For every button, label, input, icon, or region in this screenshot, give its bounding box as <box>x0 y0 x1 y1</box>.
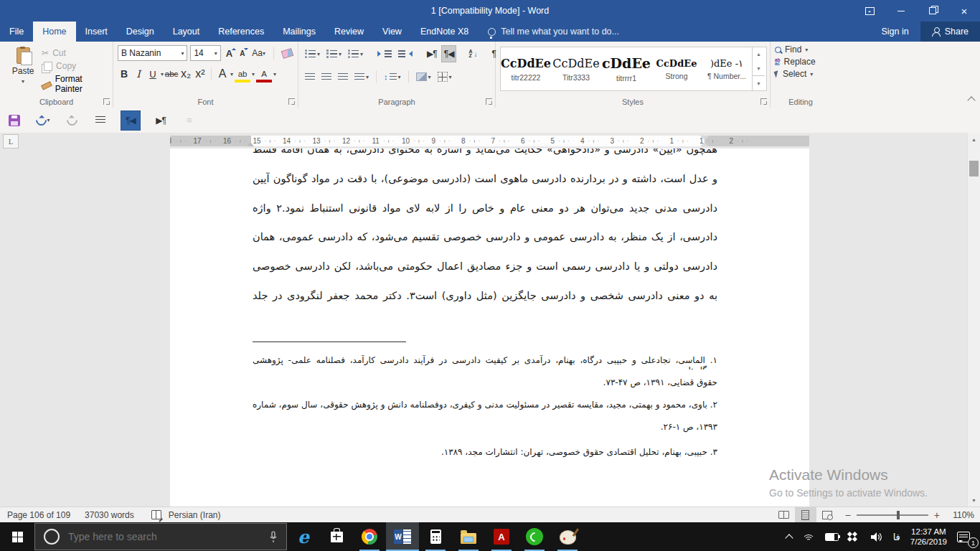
taskbar-calculator[interactable] <box>419 522 452 551</box>
tab-home[interactable]: Home <box>33 22 75 42</box>
zoom-slider[interactable] <box>857 514 928 516</box>
tray-show-hidden-icons[interactable] <box>781 522 797 551</box>
read-mode-button[interactable] <box>773 507 795 522</box>
find-button[interactable]: Find ▾ <box>775 44 828 55</box>
tray-wifi[interactable] <box>797 522 820 551</box>
rtl-text-direction-button[interactable]: ¶◀ <box>441 45 457 62</box>
font-name-combo[interactable]: B Nazanin ▾ <box>118 45 187 61</box>
tray-battery[interactable] <box>820 522 844 551</box>
horizontal-ruler[interactable]: 18 17 16 15 14 13 12 11 10 9 8 7 6 5 4 3… <box>170 136 809 146</box>
tab-references[interactable]: References <box>209 22 273 42</box>
clear-formatting-button[interactable] <box>280 45 295 61</box>
tab-stop-selector[interactable]: L <box>3 134 19 149</box>
tab-mailings[interactable]: Mailings <box>273 22 325 42</box>
paste-dropdown-arrow[interactable]: ▾ <box>22 78 24 85</box>
font-size-combo[interactable]: 14 ▾ <box>190 45 220 61</box>
word-count-indicator[interactable]: 37030 words <box>77 507 141 522</box>
shrink-font-button[interactable]: A <box>237 45 247 61</box>
replace-button[interactable]: abac Replace <box>775 57 828 67</box>
styles-scroll-up[interactable]: ▲ <box>753 47 765 62</box>
style-titr22222[interactable]: CcDdEe titr22222 <box>501 47 551 90</box>
zoom-level[interactable]: 110% <box>947 510 980 520</box>
font-size-dropdown-arrow[interactable]: ▾ <box>215 50 217 57</box>
font-color-button[interactable]: A <box>256 67 272 81</box>
zoom-slider-thumb[interactable] <box>897 511 900 519</box>
taskbar-paint[interactable] <box>551 522 584 551</box>
borders-button[interactable]: ▾ <box>435 69 454 85</box>
taskbar-file-explorer[interactable] <box>452 522 485 551</box>
highlight-dropdown-arrow[interactable]: ▾ <box>252 71 255 77</box>
taskbar-chrome[interactable] <box>353 522 386 551</box>
font-color-dropdown-arrow[interactable]: ▾ <box>273 71 276 77</box>
sort-button[interactable]: AZ ↓ <box>466 46 479 62</box>
select-button[interactable]: Select ▾ <box>775 69 828 79</box>
redo-button[interactable] <box>63 111 80 130</box>
taskbar-search-box[interactable] <box>34 523 287 550</box>
taskbar-word[interactable]: W <box>386 522 419 551</box>
scroll-up-button[interactable]: ▲ <box>968 133 980 146</box>
justify-quick-button[interactable] <box>92 111 109 130</box>
font-name-dropdown-arrow[interactable]: ▾ <box>181 50 184 57</box>
tab-insert[interactable]: Insert <box>76 22 117 42</box>
align-left-button[interactable] <box>303 69 317 85</box>
keyboard-language-indicator[interactable]: فا <box>888 522 905 551</box>
restore-button[interactable] <box>917 0 948 22</box>
language-indicator[interactable]: Persian (Iran) <box>161 507 228 522</box>
font-dialog-launcher[interactable] <box>288 98 295 105</box>
underline-button[interactable]: U <box>146 67 159 81</box>
format-painter-button[interactable]: Format Painter <box>42 74 110 94</box>
superscript-button[interactable]: x² <box>194 67 207 81</box>
body-text[interactable]: همچون «آیین» دادرسی و «دادخواهی» حکایت م… <box>253 149 717 311</box>
paragraph-dialog-launcher[interactable] <box>486 98 492 105</box>
tray-dropbox[interactable] <box>844 522 866 551</box>
tab-endnote[interactable]: EndNote X8 <box>411 22 478 42</box>
scrollbar-thumb[interactable] <box>969 161 979 176</box>
increase-indent-button[interactable] <box>396 46 415 62</box>
page-number-indicator[interactable]: Page 106 of 109 <box>0 507 77 522</box>
close-button[interactable]: × <box>948 0 980 22</box>
style-number[interactable]: )dEe -١ ¶ Number... <box>702 47 752 90</box>
strikethrough-button[interactable]: abc <box>165 67 178 81</box>
save-button[interactable] <box>6 111 23 130</box>
minimize-button[interactable] <box>885 0 917 22</box>
multilevel-list-button[interactable]: ▾ <box>346 46 365 62</box>
italic-button[interactable]: I <box>132 67 145 81</box>
search-input[interactable] <box>67 530 262 543</box>
line-spacing-button[interactable]: ↕▾ <box>382 69 403 85</box>
numbering-button[interactable]: ▾ <box>324 46 344 62</box>
bold-button[interactable]: B <box>118 67 131 81</box>
taskbar-whatsapp[interactable] <box>518 522 551 551</box>
styles-scroll-down[interactable]: ▼ <box>753 62 765 76</box>
shading-button[interactable]: ▾ <box>414 69 433 85</box>
subscript-button[interactable]: x₂ <box>179 67 192 81</box>
grow-font-button[interactable]: A <box>224 45 235 61</box>
sign-in-button[interactable]: Sign in <box>870 22 920 42</box>
tell-me-box[interactable]: Tell me what you want to do... <box>488 22 619 42</box>
ribbon-display-options-button[interactable] <box>854 0 885 22</box>
share-button[interactable]: Share <box>920 22 980 42</box>
ltr-paragraph-quick-button[interactable]: ▶¶ <box>152 111 169 130</box>
paste-button[interactable]: Paste ▾ <box>4 45 42 96</box>
taskbar-edge[interactable]: e <box>287 522 320 551</box>
text-effects-button[interactable]: A <box>216 67 229 81</box>
undo-dropdown-arrow[interactable]: ▾ <box>47 117 50 123</box>
tab-layout[interactable]: Layout <box>164 22 209 42</box>
align-right-button[interactable] <box>336 69 350 85</box>
zoom-out-button[interactable]: − <box>845 509 851 521</box>
web-layout-button[interactable] <box>816 507 838 522</box>
undo-button[interactable]: ▾ <box>34 111 52 130</box>
cut-button[interactable]: ✂ Cut <box>42 48 110 58</box>
styles-dialog-launcher[interactable] <box>760 98 767 105</box>
action-center-button[interactable]: 1 <box>952 522 980 551</box>
taskbar-acrobat[interactable]: A <box>485 522 518 551</box>
tab-design[interactable]: Design <box>117 22 164 42</box>
underline-dropdown-arrow[interactable]: ▾ <box>161 71 164 77</box>
taskbar-clock[interactable]: 12:37 AM 7/26/2019 <box>905 522 952 551</box>
vertical-scrollbar[interactable]: ▲ ▼ <box>967 133 980 507</box>
bullets-button[interactable]: ▾ <box>303 46 322 62</box>
tab-view[interactable]: View <box>373 22 411 42</box>
clipboard-dialog-launcher[interactable] <box>103 98 110 105</box>
indent-marker-hourglass[interactable] <box>700 136 709 146</box>
style-titr3333[interactable]: CcDdEe Titr3333 <box>551 47 601 90</box>
print-layout-button[interactable] <box>795 507 816 522</box>
